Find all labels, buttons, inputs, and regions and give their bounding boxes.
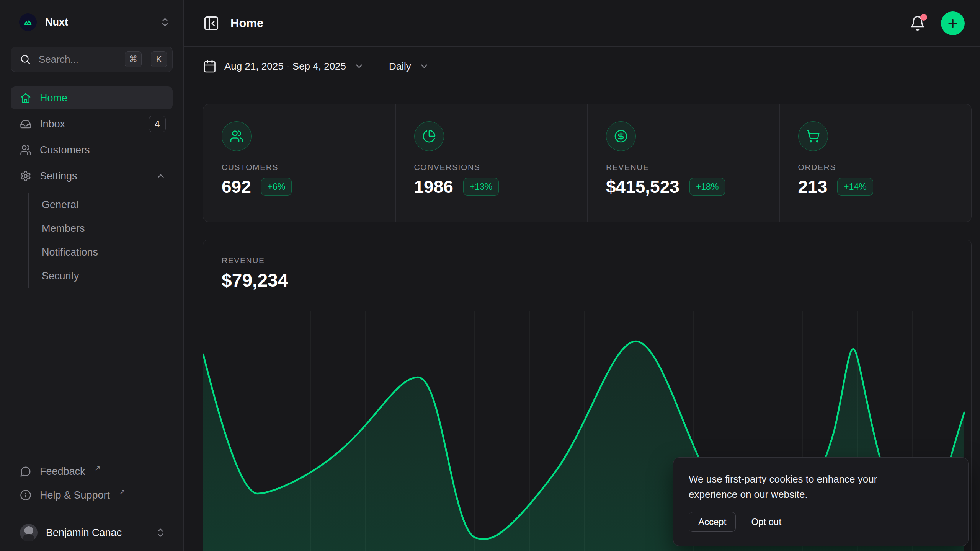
subnav-label: Members bbox=[42, 223, 85, 235]
plus-icon bbox=[946, 17, 959, 30]
stat-value: $415,523 bbox=[606, 176, 679, 197]
sidebar-item-members[interactable]: Members bbox=[42, 217, 173, 240]
sidebar-item-label: Home bbox=[40, 92, 166, 104]
stat-delta-badge: +6% bbox=[261, 178, 292, 196]
calendar-icon bbox=[203, 59, 217, 73]
footer-item-label: Feedback bbox=[40, 466, 85, 478]
stat-revenue[interactable]: REVENUE $415,523 +18% bbox=[587, 104, 779, 222]
cookie-message: We use first-party cookies to enhance yo… bbox=[689, 471, 926, 502]
sidebar-item-security[interactable]: Security bbox=[42, 264, 173, 288]
stat-conversions[interactable]: CONVERSIONS 1986 +13% bbox=[395, 104, 588, 222]
home-icon bbox=[20, 92, 31, 104]
sidebar-spacer bbox=[11, 288, 173, 460]
stat-label: ORDERS bbox=[798, 163, 953, 172]
users-icon bbox=[20, 144, 31, 156]
stat-value: 1986 bbox=[414, 176, 453, 197]
avatar bbox=[20, 524, 38, 541]
settings-subnav: General Members Notifications Security bbox=[28, 193, 173, 288]
workspace-switcher[interactable]: Nuxt bbox=[11, 8, 173, 37]
chevrons-up-down-icon bbox=[155, 527, 166, 538]
cookie-banner: We use first-party cookies to enhance yo… bbox=[673, 457, 969, 546]
stat-delta-badge: +18% bbox=[689, 178, 725, 196]
nuxt-logo-icon bbox=[19, 13, 37, 31]
search-placeholder: Search... bbox=[39, 54, 116, 65]
notification-dot bbox=[920, 14, 927, 21]
workspace-name: Nuxt bbox=[45, 16, 151, 28]
stat-orders[interactable]: ORDERS 213 +14% bbox=[779, 104, 972, 222]
filter-toolbar: Aug 21, 2025 - Sep 4, 2025 Daily bbox=[184, 47, 980, 86]
subnav-label: Security bbox=[42, 270, 79, 282]
sidebar-nav: Home Inbox 4 C bbox=[11, 86, 173, 288]
chevron-up-icon bbox=[156, 171, 166, 181]
user-menu[interactable]: Benjamin Canac bbox=[11, 514, 173, 551]
date-range-value: Aug 21, 2025 - Sep 4, 2025 bbox=[224, 60, 346, 72]
granularity-value: Daily bbox=[389, 60, 411, 72]
users-icon bbox=[222, 121, 252, 151]
user-name: Benjamin Canac bbox=[46, 527, 147, 539]
chevrons-up-down-icon[interactable] bbox=[160, 17, 170, 28]
stat-value: 692 bbox=[222, 176, 251, 197]
stat-label: CUSTOMERS bbox=[222, 163, 377, 172]
subnav-label: Notifications bbox=[42, 246, 98, 258]
external-link-icon: ↗ bbox=[95, 464, 101, 473]
sidebar-item-label: Inbox bbox=[40, 118, 140, 130]
kbd-cmd: ⌘ bbox=[125, 51, 142, 67]
chevron-down-icon bbox=[354, 61, 364, 72]
sidebar-item-notifications[interactable]: Notifications bbox=[42, 240, 173, 264]
search-icon bbox=[20, 54, 31, 65]
inbox-count-badge: 4 bbox=[149, 116, 166, 132]
cookie-actions: Accept Opt out bbox=[689, 512, 953, 532]
stat-delta-badge: +14% bbox=[837, 178, 873, 196]
stat-label: REVENUE bbox=[606, 163, 761, 172]
sidebar-item-customers[interactable]: Customers bbox=[11, 139, 173, 161]
granularity-select[interactable]: Daily bbox=[389, 60, 430, 72]
page-title: Home bbox=[230, 16, 263, 30]
add-button[interactable] bbox=[941, 11, 965, 35]
collapse-sidebar-button[interactable] bbox=[203, 15, 220, 32]
sidebar-item-home[interactable]: Home bbox=[11, 86, 173, 109]
stat-customers[interactable]: CUSTOMERS 692 +6% bbox=[203, 104, 395, 222]
accept-cookies-button[interactable]: Accept bbox=[689, 512, 736, 532]
stat-delta-badge: +13% bbox=[463, 178, 499, 196]
search-input[interactable]: Search... ⌘ K bbox=[11, 47, 173, 72]
sidebar-item-settings[interactable]: Settings bbox=[11, 165, 173, 187]
chevron-down-icon bbox=[419, 61, 430, 72]
shopping-cart-icon bbox=[798, 121, 828, 151]
stats-summary-card: CUSTOMERS 692 +6% CONVERSIONS bbox=[203, 104, 972, 222]
sidebar-item-inbox[interactable]: Inbox 4 bbox=[11, 112, 173, 135]
sidebar: Nuxt Search... ⌘ K bbox=[0, 0, 184, 551]
sidebar-item-label: Customers bbox=[40, 144, 166, 156]
optout-cookies-button[interactable]: Opt out bbox=[751, 517, 781, 527]
app-root: Nuxt Search... ⌘ K bbox=[0, 0, 980, 551]
message-bubble-icon bbox=[20, 466, 31, 477]
sidebar-item-label: Settings bbox=[40, 170, 147, 182]
inbox-icon bbox=[20, 118, 31, 130]
sidebar-item-general[interactable]: General bbox=[42, 193, 173, 217]
subnav-label: General bbox=[42, 199, 78, 211]
stat-value: 213 bbox=[798, 176, 828, 197]
notifications-button[interactable] bbox=[910, 15, 926, 31]
gear-icon bbox=[20, 170, 31, 182]
sidebar-item-feedback[interactable]: Feedback ↗ bbox=[11, 460, 173, 483]
footer-item-label: Help & Support bbox=[40, 489, 110, 501]
external-link-icon: ↗ bbox=[119, 487, 125, 496]
revenue-label: REVENUE bbox=[222, 256, 953, 265]
circle-dollar-icon bbox=[606, 121, 636, 151]
info-circle-icon bbox=[20, 489, 31, 501]
page-header: Home bbox=[184, 0, 980, 47]
revenue-value: $79,234 bbox=[222, 270, 953, 291]
sidebar-item-help-support[interactable]: Help & Support ↗ bbox=[11, 483, 173, 507]
pie-chart-icon bbox=[414, 121, 444, 151]
kbd-k: K bbox=[151, 51, 167, 67]
stat-label: CONVERSIONS bbox=[414, 163, 569, 172]
date-range-picker[interactable]: Aug 21, 2025 - Sep 4, 2025 bbox=[203, 59, 364, 73]
revenue-panel-header: REVENUE $79,234 bbox=[203, 240, 971, 291]
